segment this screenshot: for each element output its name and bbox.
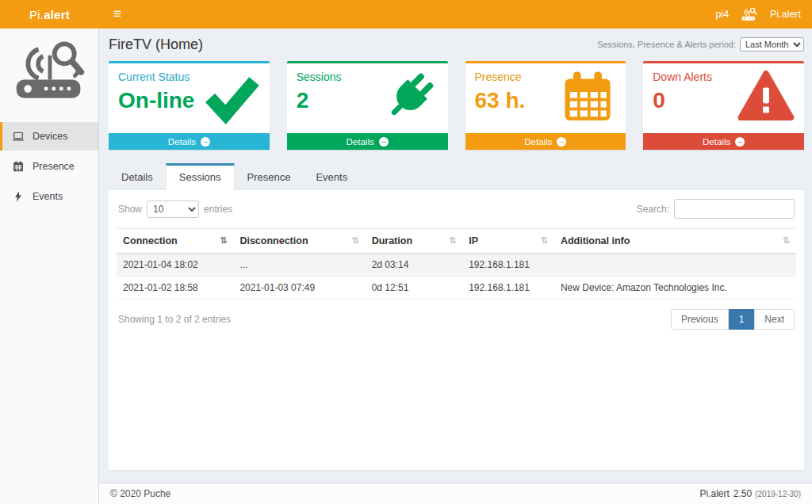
pagination: Previous 1 Next — [671, 309, 795, 330]
cell-ip: 192.168.1.181 — [462, 254, 554, 277]
table-row: 2021-01-02 18:58 2021-01-03 07:49 0d 12:… — [117, 277, 796, 300]
cell-disconnection: ... — [233, 254, 365, 277]
period-select[interactable]: Last Month — [740, 37, 804, 52]
period-label: Sessions, Presence & Alerts period: — [597, 40, 736, 49]
content: FireTV (Home) Sessions, Presence & Alert… — [99, 29, 812, 483]
brand-logo[interactable]: Pi.alert — [0, 0, 99, 29]
copyright-text: © 2020 Puche — [110, 488, 170, 499]
bolt-icon — [12, 190, 25, 203]
column-header-ip[interactable]: IP⇅ — [462, 229, 554, 254]
table-summary: Showing 1 to 2 of 2 entries — [118, 314, 231, 325]
sidebar-item-events[interactable]: Events — [0, 182, 98, 211]
sidebar-item-presence[interactable]: Presence — [0, 152, 98, 181]
tab-details[interactable]: Details — [109, 163, 166, 189]
version-text: Pi.alert2.50(2019-12-30) — [699, 488, 801, 499]
summary-cards: Current Status On-line Details → Session… — [109, 61, 804, 150]
tab-presence[interactable]: Presence — [235, 163, 304, 189]
sort-icon: ⇅ — [449, 235, 456, 246]
laptop-icon — [12, 130, 25, 143]
sidebar-item-label: Presence — [33, 161, 75, 172]
brand-bold: alert — [44, 8, 70, 21]
arrow-right-icon: → — [201, 137, 210, 147]
card-current-status: Current Status On-line Details → — [109, 61, 270, 150]
page-title: FireTV (Home) — [109, 36, 203, 53]
hamburger-icon: ≡ — [113, 6, 121, 22]
topbar-app-link[interactable]: Pi.alert — [770, 9, 801, 20]
card-details-link[interactable]: Details → — [287, 133, 448, 150]
sort-icon: ⇅ — [220, 235, 227, 246]
sort-icon: ⇅ — [351, 235, 358, 246]
sidebar-menu: Devices Presence Events — [0, 122, 98, 211]
search-input[interactable] — [674, 199, 795, 219]
topbar-spacer — [136, 0, 715, 29]
card-down-alerts: Down Alerts 0 Details → — [643, 61, 804, 150]
tab-sessions[interactable]: Sessions — [166, 163, 235, 189]
plug-icon — [380, 68, 440, 125]
sidebar-item-devices[interactable]: Devices — [0, 122, 98, 151]
sort-icon: ⇅ — [541, 235, 548, 246]
tab-events[interactable]: Events — [303, 163, 360, 189]
calendar-icon — [557, 68, 618, 125]
next-page-button[interactable]: Next — [754, 309, 795, 330]
tab-list: Details Sessions Presence Events — [109, 163, 804, 189]
card-details-link[interactable]: Details → — [109, 133, 270, 150]
arrow-right-icon: → — [557, 137, 566, 147]
sidebar-toggle-button[interactable]: ≡ — [99, 0, 136, 29]
column-header-duration[interactable]: Duration⇅ — [366, 229, 463, 254]
cell-disconnection: 2021-01-03 07:49 — [233, 277, 365, 300]
cell-additional-info: New Device: Amazon Technologies Inc. — [554, 277, 796, 300]
cell-connection: 2021-01-02 18:58 — [117, 277, 233, 300]
search-label: Search: — [637, 204, 669, 215]
column-header-additional-info[interactable]: Additional info⇅ — [554, 229, 796, 254]
card-presence: Presence 63 h. Details → — [465, 61, 626, 150]
cell-additional-info — [554, 254, 796, 277]
warning-icon — [736, 68, 796, 125]
cell-duration: 0d 12:51 — [366, 277, 463, 300]
cell-connection: 2021-01-04 18:02 — [117, 254, 233, 277]
arrow-right-icon: → — [379, 137, 389, 147]
sidebar-item-label: Devices — [33, 131, 67, 142]
topbar-right: pi4 Pi.alert — [715, 0, 812, 29]
sort-icon: ⇅ — [783, 235, 790, 246]
sidebar-item-label: Events — [33, 191, 63, 202]
card-details-link[interactable]: Details → — [465, 133, 626, 150]
calendar-icon — [12, 160, 25, 173]
hostname-link[interactable]: pi4 — [715, 9, 729, 20]
check-icon — [201, 68, 262, 125]
entries-label: entries — [204, 204, 232, 215]
previous-page-button[interactable]: Previous — [671, 309, 729, 330]
top-navbar: Pi.alert ≡ pi4 Pi.alert — [0, 0, 812, 29]
column-header-disconnection[interactable]: Disconnection⇅ — [233, 229, 365, 254]
table-row: 2021-01-04 18:02 ... 2d 03:14 192.168.1.… — [117, 254, 796, 277]
cell-ip: 192.168.1.181 — [462, 277, 554, 300]
card-sessions: Sessions 2 Details → — [287, 61, 448, 150]
router-scan-logo-icon — [11, 40, 87, 105]
footer: © 2020 Puche Pi.alert2.50(2019-12-30) — [99, 483, 812, 504]
card-details-link[interactable]: Details → — [643, 133, 804, 150]
page-size-select[interactable]: 10 — [147, 200, 199, 218]
brand-prefix: Pi. — [29, 8, 44, 21]
sessions-table: Connection⇅ Disconnection⇅ Duration⇅ IP⇅… — [117, 228, 796, 300]
sessions-tab-content: Show 10 entries Search: — [109, 189, 804, 470]
page-1-button[interactable]: 1 — [729, 309, 755, 330]
sidebar-logo — [0, 29, 98, 122]
column-header-connection[interactable]: Connection⇅ — [117, 229, 233, 254]
main-area: FireTV (Home) Sessions, Presence & Alert… — [99, 29, 812, 504]
cell-duration: 2d 03:14 — [366, 254, 463, 277]
device-tabs-panel: Details Sessions Presence Events Show 10… — [109, 163, 804, 470]
table-header-row: Connection⇅ Disconnection⇅ Duration⇅ IP⇅… — [117, 229, 796, 254]
router-scan-icon — [740, 7, 759, 21]
show-label: Show — [118, 204, 142, 215]
arrow-right-icon: → — [735, 137, 745, 147]
sidebar: Devices Presence Events — [0, 29, 99, 504]
